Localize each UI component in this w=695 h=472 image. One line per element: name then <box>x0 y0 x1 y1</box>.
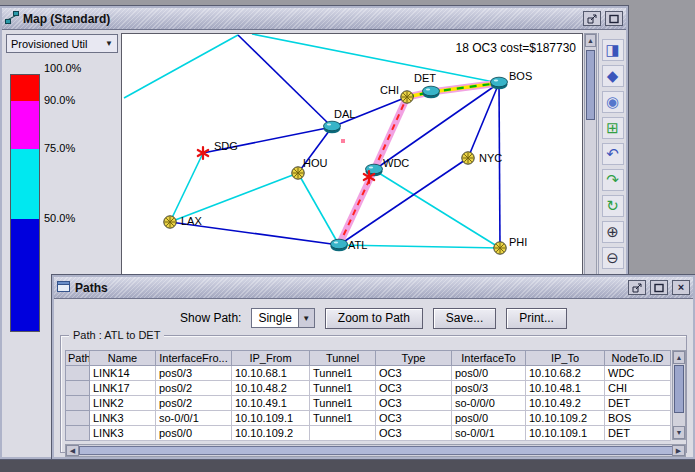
row-header-cell[interactable] <box>66 366 90 381</box>
table-cell[interactable]: OC3 <box>376 411 452 426</box>
table-row[interactable]: LINK3pos0/010.10.109.2OC3so-0/0/110.10.1… <box>66 426 671 441</box>
table-cell[interactable]: pos0/0 <box>452 366 526 381</box>
table-cell[interactable]: 10.10.49.1 <box>232 396 310 411</box>
table-cell[interactable]: OC3 <box>376 366 452 381</box>
table-cell[interactable]: 10.10.109.1 <box>526 426 605 441</box>
table-horizontal-scrollbar[interactable]: ◀ ▶ <box>65 444 686 457</box>
table-cell[interactable]: OC3 <box>376 396 452 411</box>
paths-titlebar[interactable]: Paths × <box>54 277 693 299</box>
table-row[interactable]: LINK17pos0/210.10.48.2Tunnel1OC3pos0/310… <box>66 381 671 396</box>
table-cell[interactable]: LINK3 <box>90 411 156 426</box>
util-mode-dropdown[interactable]: Provisioned Util ▼ <box>6 34 118 53</box>
table-cell[interactable]: Tunnel1 <box>310 381 376 396</box>
table-cell[interactable]: pos0/3 <box>452 381 526 396</box>
table-cell[interactable]: 10.10.109.2 <box>526 411 605 426</box>
table-cell[interactable]: so-0/0/1 <box>156 411 232 426</box>
table-cell[interactable]: pos0/0 <box>156 426 232 441</box>
table-cell[interactable]: LINK14 <box>90 366 156 381</box>
table-cell[interactable]: 10.10.49.2 <box>526 396 605 411</box>
map-node-det[interactable] <box>423 86 440 98</box>
map-node-atl[interactable] <box>331 239 348 251</box>
column-header-ip-from[interactable]: IP_From <box>232 351 310 366</box>
table-cell[interactable]: 10.10.68.2 <box>526 366 605 381</box>
table-cell[interactable]: LINK2 <box>90 396 156 411</box>
table-cell[interactable]: CHI <box>605 381 671 396</box>
table-cell[interactable]: DET <box>605 396 671 411</box>
row-header-cell[interactable] <box>66 411 90 426</box>
map-link[interactable] <box>238 35 332 127</box>
map-node-phi[interactable] <box>494 242 506 254</box>
map-link[interactable] <box>499 83 500 248</box>
table-cell[interactable]: 10.10.109.1 <box>232 411 310 426</box>
scroll-down-icon[interactable]: ▼ <box>673 426 685 439</box>
row-header-cell[interactable] <box>66 426 90 441</box>
table-cell[interactable]: so-0/0/1 <box>452 426 526 441</box>
paths-close-button[interactable]: × <box>672 280 690 295</box>
paths-undock-button[interactable] <box>628 280 646 295</box>
table-hscroll-thumb[interactable] <box>79 446 674 455</box>
cube-3d-icon[interactable]: ◆ <box>602 65 624 87</box>
table-cell[interactable]: LINK3 <box>90 426 156 441</box>
map-node-bos[interactable] <box>491 77 508 89</box>
scroll-up-icon[interactable]: ▲ <box>673 351 685 364</box>
map-undock-button[interactable] <box>583 11 601 26</box>
annotation-icon[interactable]: ◉ <box>602 91 624 113</box>
table-cell[interactable]: OC3 <box>376 426 452 441</box>
paths-maximize-button[interactable] <box>650 280 668 295</box>
column-header-nodeto-id[interactable]: NodeTo.ID <box>605 351 671 366</box>
table-row[interactable]: LINK2pos0/210.10.49.1Tunnel1OC3so-0/0/01… <box>66 396 671 411</box>
print-button[interactable]: Print... <box>506 308 567 329</box>
table-cell[interactable]: pos0/0 <box>452 411 526 426</box>
table-cell[interactable]: OC3 <box>376 381 452 396</box>
map-node-dal[interactable] <box>324 121 341 133</box>
map-titlebar[interactable]: Map (Standard) <box>2 8 626 30</box>
undo-icon[interactable]: ↶ <box>602 143 624 165</box>
table-row[interactable]: LINK3so-0/0/110.10.109.1Tunnel1OC3pos0/0… <box>66 411 671 426</box>
table-cell[interactable]: WDC <box>605 366 671 381</box>
table-scroll-thumb[interactable] <box>674 365 684 413</box>
dropdown-arrow-icon[interactable]: ▼ <box>298 309 314 327</box>
zoom-to-path-button[interactable]: Zoom to Path <box>325 308 423 329</box>
table-cell[interactable]: BOS <box>605 411 671 426</box>
column-header-tunnel[interactable]: Tunnel <box>310 351 376 366</box>
column-header-name[interactable]: Name <box>90 351 156 366</box>
scroll-up-icon[interactable]: ▲ <box>585 34 596 47</box>
redo-icon[interactable]: ↷ <box>602 169 624 191</box>
table-cell[interactable]: so-0/0/0 <box>452 396 526 411</box>
map-maximize-button[interactable] <box>605 11 623 26</box>
table-cell[interactable]: pos0/2 <box>156 381 232 396</box>
show-path-select[interactable]: Single ▼ <box>251 308 314 328</box>
zoom-in-icon[interactable]: ⊕ <box>602 221 624 243</box>
scroll-left-icon[interactable]: ◀ <box>66 445 79 456</box>
column-header-type[interactable]: Type <box>376 351 452 366</box>
table-cell[interactable]: 10.10.48.1 <box>526 381 605 396</box>
table-cell[interactable]: Tunnel1 <box>310 411 376 426</box>
column-header-interfacefro-[interactable]: InterfaceFro... <box>156 351 232 366</box>
refresh-icon[interactable]: ↻ <box>602 195 624 217</box>
overview-panel-icon[interactable]: ◨ <box>602 39 624 61</box>
table-cell[interactable]: Tunnel1 <box>310 366 376 381</box>
table-cell[interactable] <box>310 426 376 441</box>
scroll-right-icon[interactable]: ▶ <box>672 445 685 456</box>
table-vertical-scrollbar[interactable]: ▲ ▼ <box>672 350 686 440</box>
column-header-interfaceto[interactable]: InterfaceTo <box>452 351 526 366</box>
row-header-cell[interactable] <box>66 381 90 396</box>
map-link[interactable] <box>298 173 339 245</box>
row-header-cell[interactable] <box>66 396 90 411</box>
table-cell[interactable]: pos0/3 <box>156 366 232 381</box>
column-header-ip-to[interactable]: IP_To <box>526 351 605 366</box>
legend-grid-icon[interactable]: ⊞ <box>602 117 624 139</box>
table-cell[interactable]: 10.10.68.1 <box>232 366 310 381</box>
map-scroll-thumb[interactable] <box>586 50 595 120</box>
map-link[interactable] <box>124 35 238 98</box>
zoom-out-icon[interactable]: ⊖ <box>602 247 624 269</box>
table-cell[interactable]: 10.10.48.2 <box>232 381 310 396</box>
table-cell[interactable]: LINK17 <box>90 381 156 396</box>
table-row[interactable]: LINK14pos0/310.10.68.1Tunnel1OC3pos0/010… <box>66 366 671 381</box>
table-cell[interactable]: 10.10.109.2 <box>232 426 310 441</box>
map-node-nyc[interactable] <box>462 152 474 164</box>
column-header-path[interactable]: Path <box>66 351 90 366</box>
table-cell[interactable]: Tunnel1 <box>310 396 376 411</box>
map-node-chi[interactable] <box>401 91 413 103</box>
table-cell[interactable]: DET <box>605 426 671 441</box>
